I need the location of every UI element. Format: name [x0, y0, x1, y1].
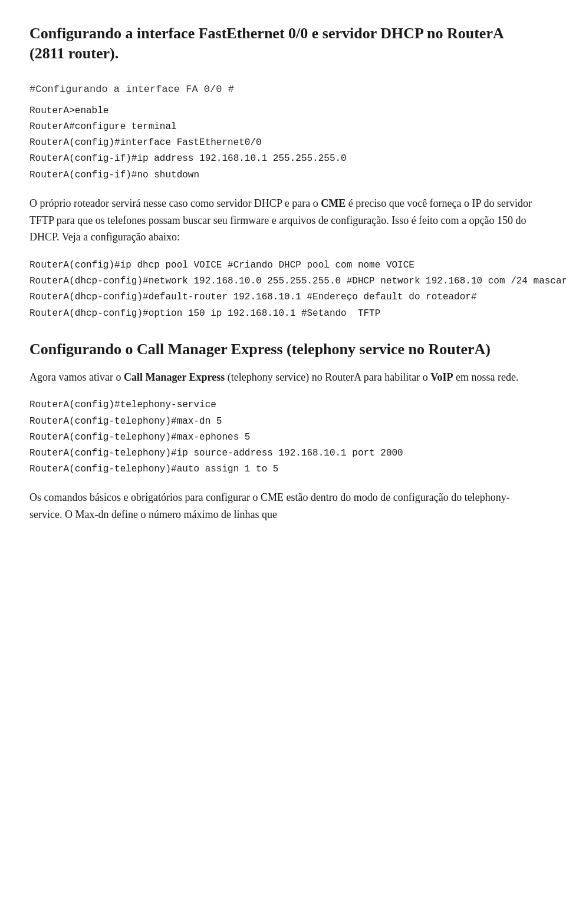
- body2-after: (telephony service) no RouterA para habi…: [225, 371, 430, 383]
- telephony-config-lines: RouterA(config)#telephony-service Router…: [29, 397, 537, 477]
- section1: #Configurando a interface FA 0/0 # Route…: [29, 81, 537, 183]
- body-text-3: Os comandos básicos e obrigatórios para …: [29, 489, 537, 523]
- router-config-lines: RouterA>enable RouterA#configure termina…: [29, 103, 537, 183]
- body1-bold1: CME: [321, 197, 345, 209]
- dhcp-config-section: RouterA(config)#ip dhcp pool VOICE #Cria…: [29, 258, 537, 322]
- body-text-2: Agora vamos ativar o Call Manager Expres…: [29, 369, 537, 386]
- body2-before: Agora vamos ativar o: [29, 371, 124, 383]
- telephony-config-section: RouterA(config)#telephony-service Router…: [29, 397, 537, 477]
- dhcp-config-lines: RouterA(config)#ip dhcp pool VOICE #Cria…: [29, 258, 537, 322]
- comment-fa: #Configurando a interface FA 0/0 #: [29, 81, 537, 97]
- body3-paragraph: Os comandos básicos e obrigatórios para …: [29, 489, 537, 523]
- body1-before: O próprio roteador servirá nesse caso co…: [29, 197, 321, 209]
- page-title: Configurando a interface FastEthernet 0/…: [29, 24, 537, 64]
- body2-bold2: VoIP: [430, 371, 453, 383]
- body2-bold: Call Manager Express: [124, 371, 225, 383]
- body-text-1: O próprio roteador servirá nesse caso co…: [29, 195, 537, 246]
- body1-paragraph: O próprio roteador servirá nesse caso co…: [29, 195, 537, 246]
- body2-end: em nossa rede.: [453, 371, 519, 383]
- section2-title: Configurando o Call Manager Express (tel…: [29, 339, 537, 359]
- body2-paragraph: Agora vamos ativar o Call Manager Expres…: [29, 369, 537, 386]
